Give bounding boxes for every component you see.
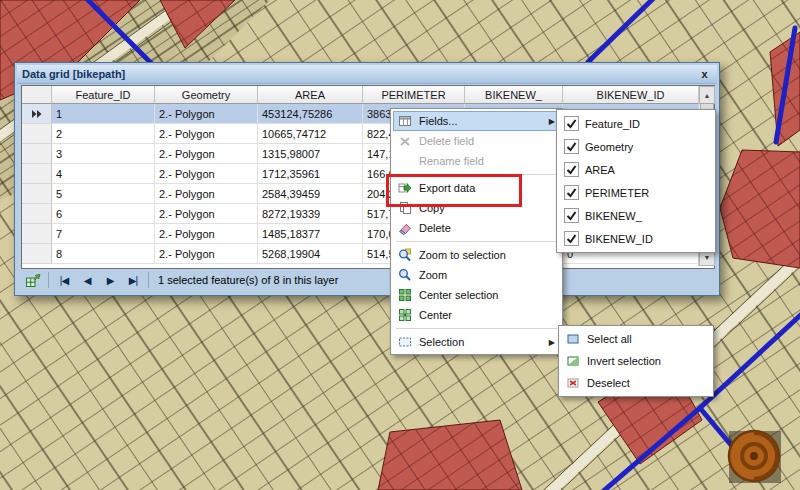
scroll-up-icon[interactable]: ▲ [699, 86, 715, 104]
menu-item-fields[interactable]: Fields... ▶ [393, 111, 560, 131]
separator [48, 272, 49, 288]
grid-cell[interactable]: 453124,75286 [258, 104, 363, 124]
column-header-geometry[interactable]: Geometry [155, 86, 258, 104]
checkmark-icon [562, 139, 580, 154]
checkmark-icon [562, 208, 580, 223]
window-titlebar[interactable]: Data grid [bikepath] x [17, 65, 717, 84]
grid-cell[interactable]: 4 [52, 164, 155, 184]
menu-item-label: Delete field [419, 135, 474, 147]
grid-cell[interactable]: 2.- Polygon [155, 104, 258, 124]
green-table-arrow-icon [25, 272, 41, 288]
grid-cell[interactable]: 1 [52, 104, 155, 124]
row-header[interactable] [22, 124, 52, 144]
grid-cell[interactable]: 1712,35961 [258, 164, 363, 184]
grid-cell[interactable]: 5268,19904 [258, 244, 363, 264]
nav-previous-icon[interactable]: ◀ [79, 271, 95, 289]
checkmark-icon [562, 116, 580, 131]
grid-cell[interactable]: 3 [52, 144, 155, 164]
submenu-arrow-icon: ▶ [549, 338, 555, 347]
submenu-item-geometry[interactable]: Geometry [559, 135, 713, 158]
menu-item-delete[interactable]: Delete [393, 218, 560, 238]
menu-item-rename-field[interactable]: Rename field [393, 151, 560, 171]
submenu-item-label: BIKENEW_ [585, 210, 642, 222]
window-title: Data grid [bikepath] [22, 68, 125, 80]
invert-selection-icon [564, 354, 582, 368]
grid-cell[interactable]: 8 [52, 244, 155, 264]
menu-item-center[interactable]: Center [393, 305, 560, 325]
grid-cell[interactable]: 10665,74712 [258, 124, 363, 144]
submenu-item-deselect[interactable]: Deselect [561, 372, 711, 394]
menu-item-delete-field[interactable]: Delete field [393, 131, 560, 151]
grid-cell[interactable]: 7 [52, 224, 155, 244]
grid-statusbar: |◀ ◀ ▶ ▶| 1 selected feature(s) of 8 in … [21, 269, 713, 291]
selection-status-text: 1 selected feature(s) of 8 in this layer [158, 274, 338, 286]
application-stage: Data grid [bikepath] x Feature_ID Geomet… [0, 0, 800, 490]
close-icon[interactable]: x [697, 67, 712, 81]
grid-cell[interactable]: 2.- Polygon [155, 164, 258, 184]
column-header-bikenew[interactable]: BIKENEW_ [465, 86, 563, 104]
submenu-item-bikenew[interactable]: BIKENEW_ [559, 204, 713, 227]
menu-item-selection[interactable]: Selection ▶ [393, 332, 560, 352]
checkmark-icon [562, 162, 580, 177]
menu-item-center-selection[interactable]: Center selection [393, 285, 560, 305]
submenu-item-select-all[interactable]: Select all [561, 328, 711, 350]
nav-next-icon[interactable]: ▶ [102, 271, 118, 289]
column-header-bikenew-id[interactable]: BIKENEW_ID [563, 86, 699, 104]
column-header-feature-id[interactable]: Feature_ID [52, 86, 155, 104]
export-data-icon [396, 181, 414, 195]
column-header-area[interactable]: AREA [258, 86, 363, 104]
row-header[interactable] [22, 164, 52, 184]
checkmark-icon [562, 231, 580, 246]
selection-icon [396, 335, 414, 349]
nav-first-icon[interactable]: |◀ [56, 271, 72, 289]
submenu-item-perimeter[interactable]: PERIMETER [559, 181, 713, 204]
nav-last-icon[interactable]: ▶| [125, 271, 141, 289]
grid-cell[interactable]: 8272,19339 [258, 204, 363, 224]
menu-item-label: Zoom [419, 269, 447, 281]
row-header[interactable] [22, 244, 52, 264]
submenu-item-label: Select all [587, 333, 632, 345]
menu-item-label: Export data [419, 182, 475, 194]
menu-separator [396, 241, 557, 242]
menu-item-zoom-to-selection[interactable]: Zoom to selection [393, 245, 560, 265]
grid-cell[interactable]: 5 [52, 184, 155, 204]
move-selection-top-button[interactable] [25, 272, 41, 288]
row-header[interactable] [22, 104, 52, 124]
grid-cell[interactable]: 2.- Polygon [155, 184, 258, 204]
center-selection-icon [396, 288, 414, 302]
submenu-arrow-icon: ▶ [549, 117, 555, 126]
submenu-item-area[interactable]: AREA [559, 158, 713, 181]
zoom-to-selection-icon [396, 248, 414, 262]
grid-cell[interactable]: 2.- Polygon [155, 144, 258, 164]
menu-item-label: Fields... [419, 115, 458, 127]
submenu-item-bikenew-id[interactable]: BIKENEW_ID [559, 227, 713, 250]
grid-cell[interactable]: 2 [52, 124, 155, 144]
column-header-perimeter[interactable]: PERIMETER [363, 86, 465, 104]
grid-cell[interactable]: 6 [52, 204, 155, 224]
row-header[interactable] [22, 144, 52, 164]
grid-corner-cell[interactable] [22, 86, 52, 104]
menu-item-label: Center [419, 309, 452, 321]
grid-cell[interactable]: 2.- Polygon [155, 224, 258, 244]
grid-cell[interactable]: 2.- Polygon [155, 124, 258, 144]
row-header[interactable] [22, 204, 52, 224]
fields-submenu: Feature_ID Geometry AREA PERIMETER BIKEN… [556, 109, 716, 253]
row-header[interactable] [22, 224, 52, 244]
zoom-icon [396, 268, 414, 282]
submenu-item-feature-id[interactable]: Feature_ID [559, 112, 713, 135]
grid-cell[interactable]: 2584,39459 [258, 184, 363, 204]
grid-cell[interactable]: 2.- Polygon [155, 204, 258, 224]
grid-cell[interactable]: 1315,98007 [258, 144, 363, 164]
grid-cell[interactable]: 1485,18377 [258, 224, 363, 244]
row-header[interactable] [22, 184, 52, 204]
menu-item-zoom[interactable]: Zoom [393, 265, 560, 285]
menu-item-label: Selection [419, 336, 464, 348]
grid-context-menu: Fields... ▶ Delete field Rename field Ex… [390, 108, 563, 355]
menu-item-export-data[interactable]: Export data [393, 178, 560, 198]
submenu-item-label: PERIMETER [585, 187, 649, 199]
menu-item-copy[interactable]: Copy [393, 198, 560, 218]
submenu-item-label: BIKENEW_ID [585, 233, 653, 245]
grid-cell[interactable]: 2.- Polygon [155, 244, 258, 264]
submenu-item-invert-selection[interactable]: Invert selection [561, 350, 711, 372]
app-logo-icon [729, 431, 781, 483]
